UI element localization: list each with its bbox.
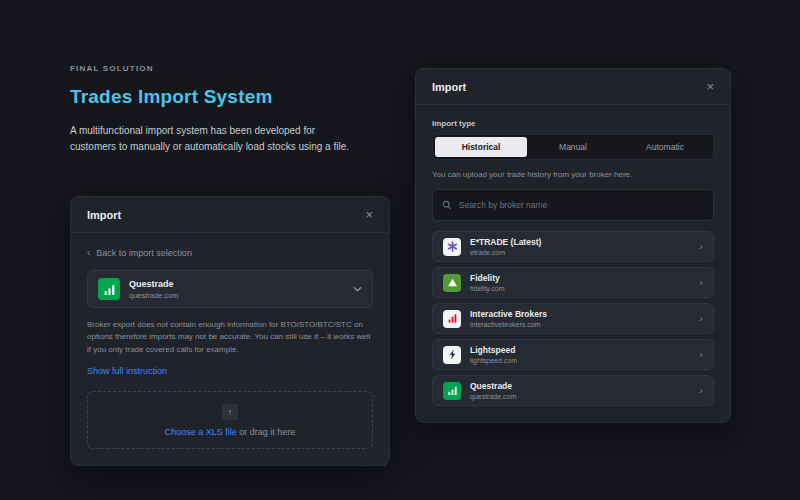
close-icon[interactable]: × bbox=[706, 80, 714, 93]
selected-broker-domain: questrade.com bbox=[129, 291, 179, 300]
close-icon[interactable]: × bbox=[365, 208, 373, 221]
modal-title: Import bbox=[432, 81, 466, 93]
modal-header: Import × bbox=[416, 69, 730, 105]
broker-name: E*TRADE (Latest) bbox=[470, 237, 541, 247]
broker-domain: interactivebrokers.com bbox=[470, 321, 547, 328]
chevron-left-icon: ‹ bbox=[87, 247, 90, 258]
broker-name: Interactive Brokers bbox=[470, 309, 547, 319]
import-file-modal: Import × ‹ Back to import selection Ques… bbox=[70, 196, 390, 466]
search-input[interactable] bbox=[459, 200, 704, 210]
chevron-right-icon: › bbox=[699, 385, 703, 396]
dropzone-label: Choose a XLS file or drag it here bbox=[165, 427, 296, 437]
modal-body: Import type Historical Manual Automatic … bbox=[416, 105, 730, 422]
tab-manual[interactable]: Manual bbox=[527, 137, 619, 157]
broker-search[interactable] bbox=[432, 189, 714, 221]
selected-broker-name: Questrade bbox=[129, 279, 179, 289]
broker-row-fidelity[interactable]: Fidelity fidelity.com › bbox=[432, 267, 714, 298]
broker-name: Questrade bbox=[470, 381, 516, 391]
import-type-tabs: Historical Manual Automatic bbox=[432, 134, 714, 160]
lightspeed-logo-icon bbox=[443, 346, 461, 364]
etrade-logo-icon bbox=[443, 238, 461, 256]
page-description: A multifunctional import system has been… bbox=[70, 123, 362, 154]
chevron-right-icon: › bbox=[699, 277, 703, 288]
modal-body: ‹ Back to import selection Questrade que… bbox=[71, 233, 389, 465]
import-type-label: Import type bbox=[432, 119, 714, 128]
dropzone-hint: or drag it here bbox=[239, 427, 295, 437]
fidelity-logo-icon bbox=[443, 274, 461, 292]
hero-section: FINAL SOLUTION Trades Import System A mu… bbox=[70, 64, 380, 154]
broker-name: Lightspeed bbox=[470, 345, 517, 355]
broker-domain: lightspeed.com bbox=[470, 357, 517, 364]
chevron-down-icon bbox=[353, 286, 362, 292]
file-dropzone[interactable]: ↑ Choose a XLS file or drag it here bbox=[87, 391, 373, 449]
broker-row-lightspeed[interactable]: Lightspeed lightspeed.com › bbox=[432, 339, 714, 370]
modal-header: Import × bbox=[71, 197, 389, 233]
import-broker-modal: Import × Import type Historical Manual A… bbox=[415, 68, 731, 423]
broker-row-etrade[interactable]: E*TRADE (Latest) etrade.com › bbox=[432, 231, 714, 262]
broker-select-dropdown[interactable]: Questrade questrade.com bbox=[87, 270, 373, 308]
back-to-import-selection-link[interactable]: ‹ Back to import selection bbox=[87, 247, 373, 258]
broker-name: Fidelity bbox=[470, 273, 505, 283]
eyebrow-label: FINAL SOLUTION bbox=[70, 64, 380, 73]
show-full-instruction-link[interactable]: Show full instruction bbox=[87, 366, 167, 376]
chevron-right-icon: › bbox=[699, 241, 703, 252]
broker-domain: questrade.com bbox=[470, 393, 516, 400]
chevron-right-icon: › bbox=[699, 349, 703, 360]
choose-file-link[interactable]: Choose a XLS file bbox=[165, 427, 237, 437]
broker-list: E*TRADE (Latest) etrade.com › Fidelity f… bbox=[432, 231, 714, 406]
questrade-logo-icon bbox=[443, 382, 461, 400]
tab-automatic[interactable]: Automatic bbox=[619, 137, 711, 157]
back-link-label: Back to import selection bbox=[96, 248, 192, 258]
questrade-logo-icon bbox=[98, 278, 120, 300]
upload-history-caption: You can upload your trade history from y… bbox=[432, 170, 714, 179]
search-icon bbox=[442, 196, 452, 214]
broker-export-warning: Broker export does not contain enough in… bbox=[87, 319, 373, 356]
interactive-brokers-logo-icon bbox=[443, 310, 461, 328]
modal-title: Import bbox=[87, 209, 121, 221]
broker-domain: fidelity.com bbox=[470, 285, 505, 292]
tab-historical[interactable]: Historical bbox=[435, 137, 527, 157]
broker-row-questrade[interactable]: Questrade questrade.com › bbox=[432, 375, 714, 406]
upload-icon: ↑ bbox=[222, 404, 238, 420]
broker-row-interactive-brokers[interactable]: Interactive Brokers interactivebrokers.c… bbox=[432, 303, 714, 334]
page-title: Trades Import System bbox=[70, 86, 380, 108]
chevron-right-icon: › bbox=[699, 313, 703, 324]
broker-domain: etrade.com bbox=[470, 249, 541, 256]
